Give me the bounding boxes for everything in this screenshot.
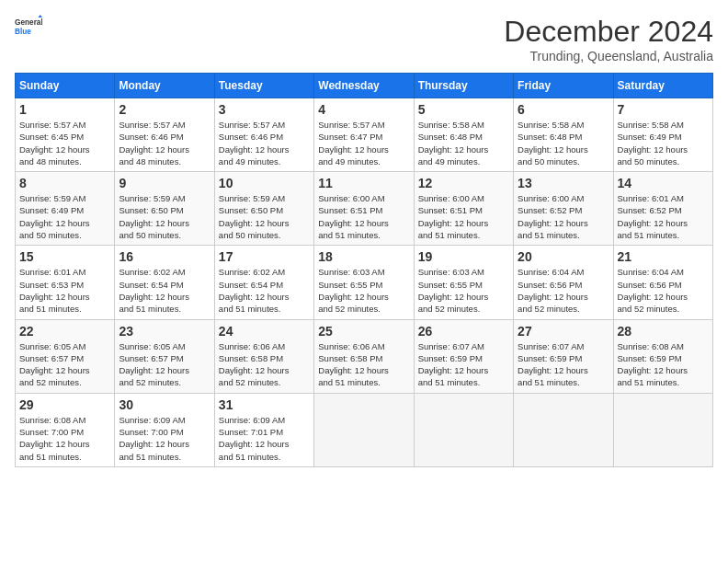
calendar-day-cell: 5Sunrise: 5:58 AM Sunset: 6:48 PM Daylig… [414,98,513,172]
day-number: 13 [518,176,609,190]
day-number: 10 [219,176,310,190]
calendar-day-cell: 11Sunrise: 6:00 AM Sunset: 6:51 PM Dayli… [314,172,414,246]
calendar-day-cell: 23Sunrise: 6:05 AM Sunset: 6:57 PM Dayli… [115,319,214,393]
calendar-day-cell [314,393,414,466]
day-number: 4 [318,102,409,117]
calendar-day-cell: 18Sunrise: 6:03 AM Sunset: 6:55 PM Dayli… [314,246,414,319]
day-info: Sunrise: 6:06 AM Sunset: 6:58 PM Dayligh… [318,340,409,389]
calendar-week-row: 1Sunrise: 5:57 AM Sunset: 6:45 PM Daylig… [16,98,713,172]
day-info: Sunrise: 6:08 AM Sunset: 7:00 PM Dayligh… [19,414,110,463]
day-info: Sunrise: 5:57 AM Sunset: 6:46 PM Dayligh… [219,119,310,167]
calendar-day-cell: 30Sunrise: 6:09 AM Sunset: 7:00 PM Dayli… [115,393,214,466]
weekday-header: Sunday [16,74,115,98]
day-info: Sunrise: 5:58 AM Sunset: 6:49 PM Dayligh… [618,119,709,167]
weekday-header: Saturday [613,74,712,98]
day-info: Sunrise: 6:02 AM Sunset: 6:54 PM Dayligh… [219,266,310,315]
day-number: 27 [518,324,609,339]
day-info: Sunrise: 6:05 AM Sunset: 6:57 PM Dayligh… [119,340,210,389]
weekday-header: Thursday [414,74,513,98]
day-number: 11 [318,176,409,190]
calendar-day-cell: 3Sunrise: 5:57 AM Sunset: 6:46 PM Daylig… [214,98,313,172]
day-info: Sunrise: 6:00 AM Sunset: 6:51 PM Dayligh… [318,192,409,241]
calendar-day-cell: 21Sunrise: 6:04 AM Sunset: 6:56 PM Dayli… [613,246,712,319]
day-number: 31 [219,397,310,412]
calendar-day-cell: 24Sunrise: 6:06 AM Sunset: 6:58 PM Dayli… [214,319,313,393]
day-number: 16 [119,249,210,264]
logo-icon: General Blue [15,15,42,42]
day-number: 19 [418,249,509,264]
day-info: Sunrise: 6:05 AM Sunset: 6:57 PM Dayligh… [19,340,110,389]
day-number: 20 [518,249,609,264]
day-number: 18 [318,249,409,264]
day-number: 3 [219,102,310,117]
calendar-day-cell: 4Sunrise: 5:57 AM Sunset: 6:47 PM Daylig… [314,98,414,172]
day-info: Sunrise: 6:00 AM Sunset: 6:52 PM Dayligh… [518,192,609,241]
day-number: 12 [418,176,509,190]
calendar-week-row: 22Sunrise: 6:05 AM Sunset: 6:57 PM Dayli… [16,319,713,393]
day-number: 30 [119,397,210,412]
month-title: December 2024 [504,15,713,49]
day-info: Sunrise: 6:06 AM Sunset: 6:58 PM Dayligh… [219,340,310,389]
title-section: December 2024 Trunding, Queensland, Aust… [504,15,713,63]
day-number: 14 [618,176,709,190]
day-info: Sunrise: 5:59 AM Sunset: 6:50 PM Dayligh… [119,192,210,241]
day-info: Sunrise: 6:03 AM Sunset: 6:55 PM Dayligh… [318,266,409,315]
day-number: 6 [518,102,609,117]
calendar-day-cell: 19Sunrise: 6:03 AM Sunset: 6:55 PM Dayli… [414,246,513,319]
calendar-day-cell: 10Sunrise: 5:59 AM Sunset: 6:50 PM Dayli… [214,172,313,246]
day-number: 29 [19,397,110,412]
day-info: Sunrise: 6:04 AM Sunset: 6:56 PM Dayligh… [518,266,609,315]
day-info: Sunrise: 6:04 AM Sunset: 6:56 PM Dayligh… [618,266,709,315]
page-header: General Blue December 2024 Trunding, Que… [15,15,713,63]
calendar-table: SundayMondayTuesdayWednesdayThursdayFrid… [15,73,713,467]
day-number: 1 [19,102,110,117]
calendar-week-row: 15Sunrise: 6:01 AM Sunset: 6:53 PM Dayli… [16,246,713,319]
day-number: 22 [19,324,110,339]
day-number: 9 [119,176,210,190]
day-number: 21 [618,249,709,264]
calendar-day-cell: 16Sunrise: 6:02 AM Sunset: 6:54 PM Dayli… [115,246,214,319]
day-info: Sunrise: 6:02 AM Sunset: 6:54 PM Dayligh… [119,266,210,315]
calendar-day-cell: 31Sunrise: 6:09 AM Sunset: 7:01 PM Dayli… [214,393,313,466]
calendar-day-cell: 2Sunrise: 5:57 AM Sunset: 6:46 PM Daylig… [115,98,214,172]
day-info: Sunrise: 6:00 AM Sunset: 6:51 PM Dayligh… [418,192,509,241]
calendar-week-row: 8Sunrise: 5:59 AM Sunset: 6:49 PM Daylig… [16,172,713,246]
day-info: Sunrise: 5:58 AM Sunset: 6:48 PM Dayligh… [518,119,609,167]
day-info: Sunrise: 6:03 AM Sunset: 6:55 PM Dayligh… [418,266,509,315]
calendar-day-cell: 17Sunrise: 6:02 AM Sunset: 6:54 PM Dayli… [214,246,313,319]
weekday-header: Tuesday [214,74,313,98]
day-number: 23 [119,324,210,339]
day-info: Sunrise: 5:59 AM Sunset: 6:49 PM Dayligh… [19,192,110,241]
calendar-day-cell: 7Sunrise: 5:58 AM Sunset: 6:49 PM Daylig… [613,98,712,172]
calendar-day-cell: 12Sunrise: 6:00 AM Sunset: 6:51 PM Dayli… [414,172,513,246]
calendar-day-cell: 9Sunrise: 5:59 AM Sunset: 6:50 PM Daylig… [115,172,214,246]
day-number: 2 [119,102,210,117]
day-info: Sunrise: 6:07 AM Sunset: 6:59 PM Dayligh… [518,340,609,389]
svg-marker-2 [39,15,43,17]
calendar-day-cell: 20Sunrise: 6:04 AM Sunset: 6:56 PM Dayli… [514,246,613,319]
location-subtitle: Trunding, Queensland, Australia [504,49,713,63]
calendar-day-cell: 15Sunrise: 6:01 AM Sunset: 6:53 PM Dayli… [16,246,115,319]
day-number: 25 [318,324,409,339]
day-number: 8 [19,176,110,190]
calendar-day-cell: 6Sunrise: 5:58 AM Sunset: 6:48 PM Daylig… [514,98,613,172]
day-info: Sunrise: 6:09 AM Sunset: 7:00 PM Dayligh… [119,414,210,463]
day-number: 5 [418,102,509,117]
calendar-day-cell: 8Sunrise: 5:59 AM Sunset: 6:49 PM Daylig… [16,172,115,246]
calendar-day-cell: 13Sunrise: 6:00 AM Sunset: 6:52 PM Dayli… [514,172,613,246]
svg-text:Blue: Blue [15,28,31,36]
day-info: Sunrise: 5:57 AM Sunset: 6:47 PM Dayligh… [318,119,409,167]
day-info: Sunrise: 6:07 AM Sunset: 6:59 PM Dayligh… [418,340,509,389]
day-info: Sunrise: 6:08 AM Sunset: 6:59 PM Dayligh… [618,340,709,389]
day-info: Sunrise: 6:01 AM Sunset: 6:52 PM Dayligh… [618,192,709,241]
day-info: Sunrise: 5:57 AM Sunset: 6:45 PM Dayligh… [19,119,110,167]
day-number: 7 [618,102,709,117]
day-number: 26 [418,324,509,339]
calendar-day-cell [613,393,712,466]
calendar-day-cell: 1Sunrise: 5:57 AM Sunset: 6:45 PM Daylig… [16,98,115,172]
day-number: 28 [618,324,709,339]
weekday-header: Monday [115,74,214,98]
calendar-day-cell [414,393,513,466]
svg-text:General: General [15,18,42,27]
calendar-day-cell: 26Sunrise: 6:07 AM Sunset: 6:59 PM Dayli… [414,319,513,393]
